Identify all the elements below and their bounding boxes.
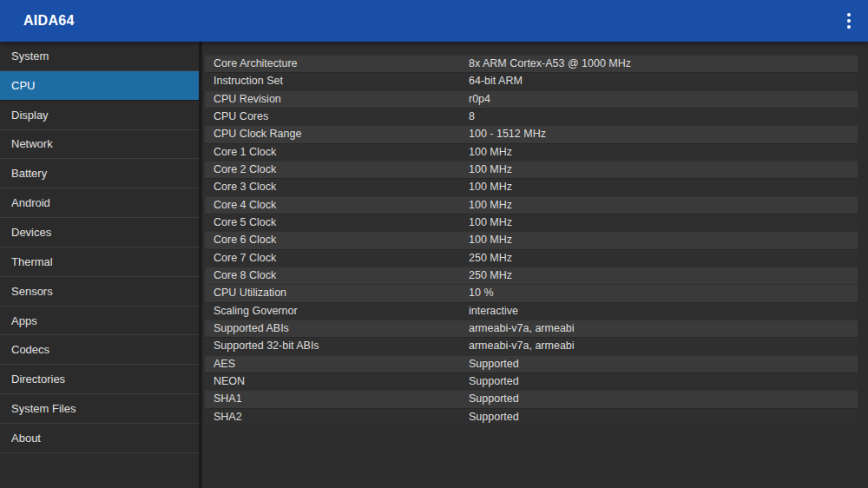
sidebar-item-label: System Files (11, 402, 76, 415)
info-row-label: Core Architecture (214, 55, 298, 72)
sidebar-item-label: Thermal (11, 255, 53, 268)
sidebar-item-battery[interactable]: Battery (0, 159, 199, 188)
info-row-core-1-clock: Core 1 Clock100 MHz (205, 143, 858, 161)
info-row-instruction-set: Instruction Set64-bit ARM (205, 72, 858, 89)
info-row-value: Supported (469, 390, 519, 407)
info-row-core-8-clock: Core 8 Clock250 MHz (205, 267, 858, 284)
info-row-value: Supported (469, 408, 519, 425)
info-row-sha2: SHA2Supported (205, 408, 858, 425)
info-row-supported-32-bit-abis: Supported 32-bit ABIsarmeabi-v7a, armeab… (205, 337, 858, 354)
info-row-label: CPU Cores (214, 108, 268, 125)
app-body: SystemCPUDisplayNetworkBatteryAndroidDev… (0, 42, 868, 488)
aida64-app-window: AIDA64 SystemCPUDisplayNetworkBatteryAnd… (0, 0, 868, 488)
info-row-value: 100 MHz (469, 161, 512, 178)
sidebar-item-label: Network (11, 137, 53, 150)
info-row-label: Core 3 Clock (214, 178, 276, 195)
info-row-core-4-clock: Core 4 Clock100 MHz (205, 196, 858, 214)
sidebar-item-label: About (11, 432, 41, 445)
info-row-value: interactive (469, 302, 518, 320)
info-row-value: 64-bit ARM (469, 72, 523, 89)
info-row-core-architecture: Core Architecture8x ARM Cortex-A53 @ 100… (205, 55, 858, 72)
info-row-label: Supported 32-bit ABIs (214, 337, 319, 354)
overflow-menu-button[interactable] (830, 0, 868, 42)
info-row-label: CPU Utilization (214, 284, 286, 301)
sidebar-item-label: Directories (11, 373, 65, 386)
sidebar-item-display[interactable]: Display (0, 101, 199, 130)
sidebar-item-android[interactable]: Android (0, 188, 199, 218)
sidebar-item-label: CPU (11, 79, 35, 92)
info-row-label: Scaling Governor (214, 302, 298, 320)
sidebar: SystemCPUDisplayNetworkBatteryAndroidDev… (0, 42, 199, 488)
info-row-value: armeabi-v7a, armeabi (469, 337, 575, 354)
info-row-label: NEON (214, 373, 245, 390)
sidebar-item-system[interactable]: System (0, 42, 199, 71)
info-row-sha1: SHA1Supported (205, 390, 858, 407)
sidebar-item-label: Android (11, 196, 50, 209)
sidebar-item-directories[interactable]: Directories (0, 365, 199, 394)
info-row-value: 100 MHz (469, 196, 512, 214)
info-row-value: 100 MHz (469, 143, 512, 161)
info-row-cpu-cores: CPU Cores8 (205, 108, 858, 125)
info-row-cpu-utilization: CPU Utilization10 % (205, 284, 858, 301)
info-row-label: Core 4 Clock (214, 196, 276, 214)
sidebar-item-label: Codecs (11, 343, 49, 356)
info-row-core-2-clock: Core 2 Clock100 MHz (205, 161, 858, 178)
info-row-value: 250 MHz (469, 249, 512, 267)
info-row-supported-abis: Supported ABIsarmeabi-v7a, armeabi (205, 320, 858, 337)
info-row-label: CPU Clock Range (214, 125, 301, 142)
info-row-value: 100 MHz (469, 231, 512, 248)
info-row-aes: AESSupported (205, 355, 858, 373)
sidebar-item-devices[interactable]: Devices (0, 218, 199, 247)
sidebar-item-thermal[interactable]: Thermal (0, 247, 199, 277)
info-row-value: 250 MHz (469, 267, 512, 284)
sidebar-item-label: Sensors (11, 285, 53, 298)
info-row-neon: NEONSupported (205, 373, 858, 390)
info-row-value: Supported (469, 355, 519, 373)
info-row-label: Core 6 Clock (214, 231, 276, 248)
info-row-cpu-clock-range: CPU Clock Range100 - 1512 MHz (205, 125, 858, 142)
info-row-value: 10 % (469, 284, 494, 301)
sidebar-item-codecs[interactable]: Codecs (0, 335, 199, 365)
info-row-label: Supported ABIs (214, 320, 289, 337)
info-row-label: Core 1 Clock (214, 143, 276, 161)
kebab-menu-icon (847, 19, 851, 23)
info-row-label: CPU Revision (214, 90, 281, 108)
info-row-label: Core 8 Clock (214, 267, 276, 284)
info-row-value: Supported (469, 373, 519, 390)
sidebar-item-about[interactable]: About (0, 424, 199, 453)
info-row-label: AES (214, 355, 235, 373)
info-row-label: Core 5 Clock (214, 214, 276, 231)
sidebar-item-label: Apps (11, 314, 37, 327)
sidebar-item-label: System (11, 49, 49, 63)
info-row-value: 8 (469, 108, 475, 125)
info-row-label: SHA2 (214, 408, 242, 425)
info-row-label: SHA1 (214, 390, 242, 407)
info-row-core-7-clock: Core 7 Clock250 MHz (205, 249, 858, 267)
info-row-cpu-revision: CPU Revisionr0p4 (205, 90, 858, 108)
info-row-value: 100 - 1512 MHz (469, 125, 546, 142)
app-bar: AIDA64 (0, 0, 868, 42)
info-row-value: 100 MHz (469, 214, 512, 231)
cpu-info-list: Core Architecture8x ARM Cortex-A53 @ 100… (202, 42, 868, 488)
sidebar-item-network[interactable]: Network (0, 130, 199, 160)
app-title: AIDA64 (0, 13, 75, 29)
info-row-value: 8x ARM Cortex-A53 @ 1000 MHz (469, 55, 631, 72)
info-row-core-6-clock: Core 6 Clock100 MHz (205, 231, 858, 248)
info-row-value: 100 MHz (469, 178, 512, 195)
sidebar-item-label: Display (11, 109, 49, 122)
sidebar-item-system-files[interactable]: System Files (0, 394, 199, 424)
info-row-label: Core 2 Clock (214, 161, 276, 178)
sidebar-item-apps[interactable]: Apps (0, 307, 199, 336)
info-row-core-3-clock: Core 3 Clock100 MHz (205, 178, 858, 195)
sidebar-item-cpu[interactable]: CPU (0, 71, 199, 101)
info-row-value: r0p4 (469, 90, 490, 108)
info-row-core-5-clock: Core 5 Clock100 MHz (205, 214, 858, 231)
sidebar-item-label: Battery (11, 167, 47, 180)
info-row-value: armeabi-v7a, armeabi (469, 320, 575, 337)
sidebar-item-label: Devices (11, 226, 51, 239)
info-row-label: Instruction Set (214, 72, 283, 89)
sidebar-item-sensors[interactable]: Sensors (0, 277, 199, 307)
info-row-label: Core 7 Clock (214, 249, 276, 267)
info-row-scaling-governor: Scaling Governorinteractive (205, 302, 858, 320)
